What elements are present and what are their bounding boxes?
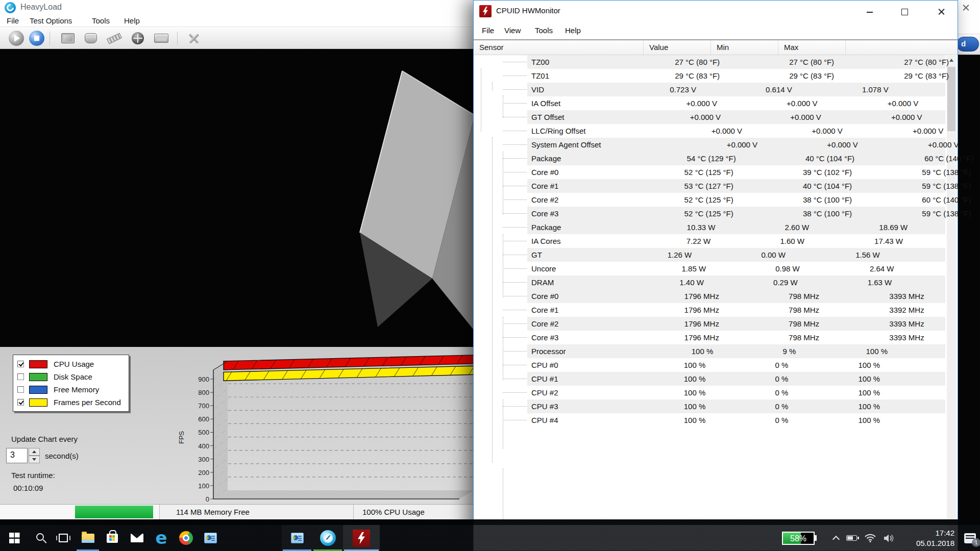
sensor-value: +0.000 V (690, 113, 721, 121)
sensor-row[interactable]: TZ00 27 °C (80 °F) 27 °C (80 °F) 27 °C (… (474, 55, 958, 69)
store-button[interactable] (100, 525, 125, 551)
interval-input[interactable]: 3 (6, 448, 28, 463)
sensor-row[interactable]: GT 1.26 W 0.00 W 1.56 W (474, 248, 958, 262)
stepper-down-icon[interactable] (29, 456, 40, 463)
minimize-button[interactable] (858, 4, 881, 19)
sensor-value: 1796 MHz (684, 306, 719, 314)
clock[interactable]: 17:42 05.01.2018 (902, 528, 954, 548)
sensor-name: TZ01 (531, 71, 549, 80)
sensor-row[interactable]: GT Offset +0.000 V +0.000 V +0.000 V (474, 110, 958, 124)
stop-icon (29, 31, 44, 46)
sensor-row[interactable]: CPU #1 100 % 0 % 100 % (474, 372, 958, 386)
legend-label: Disk Space (54, 372, 92, 381)
fan-stress-icon (132, 32, 144, 44)
sensor-row[interactable]: IA Offset +0.000 V +0.000 V +0.000 V (474, 96, 958, 110)
speaker-icon[interactable] (884, 534, 895, 543)
sensor-row[interactable]: Uncore 1.85 W 0.98 W 2.64 W (474, 262, 958, 276)
menu-item[interactable]: Help (124, 16, 140, 25)
heavyload-close-button[interactable] (962, 3, 971, 12)
sensor-min: 0.614 V (766, 85, 792, 94)
sensor-max: 100 % (858, 416, 880, 424)
sensor-row[interactable]: CPU #3 100 % 0 % 100 % (474, 399, 958, 413)
sensor-row[interactable]: Core #3 52 °C (125 °F) 38 °C (100 °F) 59… (474, 207, 958, 220)
close-button[interactable] (929, 4, 953, 19)
tree-stub (503, 131, 527, 131)
legend-checkbox[interactable] (17, 373, 24, 380)
sensor-row[interactable]: Core #3 1796 MHz 798 MHz 3393 MHz (474, 331, 958, 344)
column-header[interactable]: Value (644, 40, 711, 55)
disk-stress-button[interactable] (82, 30, 100, 46)
sensor-row[interactable]: Core #2 1796 MHz 798 MHz 3393 MHz (474, 317, 958, 331)
menu-item[interactable]: Tools (535, 26, 553, 35)
hwmonitor-button[interactable] (343, 525, 380, 551)
sensor-min: 798 MHz (789, 333, 819, 342)
column-header[interactable]: Sensor (474, 40, 644, 55)
settings-button[interactable] (185, 30, 203, 46)
hwmonitor-titlebar[interactable]: CPUID HWMonitor (474, 1, 958, 23)
sensor-row[interactable]: Core #1 53 °C (127 °F) 40 °C (104 °F) 59… (474, 179, 958, 193)
interval-stepper[interactable] (29, 448, 40, 463)
fan-stress-button[interactable] (129, 30, 147, 46)
sensor-row[interactable]: Core #0 1796 MHz 798 MHz 3393 MHz (474, 289, 958, 303)
legend-checkbox[interactable] (17, 386, 24, 393)
cpu-stress-button[interactable] (59, 30, 77, 46)
edge-button[interactable] (149, 525, 174, 551)
column-header[interactable]: Max (778, 40, 846, 55)
sensor-row[interactable]: Core #0 52 °C (125 °F) 39 °C (102 °F) 59… (474, 165, 958, 179)
update-chart-label: Update Chart every (11, 435, 78, 443)
taskbar-app-icon (59, 534, 68, 542)
system-monitor-button[interactable] (198, 525, 223, 551)
sensor-row[interactable]: CPU #0 100 % 0 % 100 % (474, 358, 958, 372)
partial-blue-button[interactable]: d (957, 37, 979, 52)
sensor-row[interactable]: TZ01 29 °C (83 °F) 29 °C (83 °F) 29 °C (… (474, 69, 958, 83)
sensor-row[interactable]: LLC/Ring Offset +0.000 V +0.000 V +0.000… (474, 124, 958, 138)
sensor-row[interactable]: VID 0.723 V 0.614 V 1.078 V (474, 83, 958, 96)
scrollbar[interactable] (947, 56, 956, 550)
battery-widget[interactable]: 58% (782, 532, 815, 545)
menu-item[interactable]: Tools (92, 16, 110, 25)
sensor-row[interactable]: Core #2 52 °C (125 °F) 38 °C (100 °F) 60… (474, 193, 958, 207)
sensor-row[interactable]: Package 54 °C (129 °F) 40 °C (104 °F) 60… (474, 152, 958, 165)
menu-item[interactable]: File (7, 16, 19, 25)
sensor-row[interactable]: Processor 100 % 9 % 100 % (474, 344, 958, 358)
sensor-row[interactable]: Package 10.33 W 2.60 W 18.69 W (474, 220, 958, 234)
menu-item[interactable]: Test Options (30, 16, 72, 25)
gpu-stress-button[interactable] (152, 30, 170, 46)
legend-label: Free Memory (54, 385, 99, 394)
memory-stress-button[interactable] (105, 30, 124, 46)
sensor-row[interactable]: System Agent Offset +0.000 V +0.000 V +0… (474, 138, 958, 152)
menu-item[interactable]: File (482, 26, 494, 35)
search-button[interactable] (27, 525, 51, 551)
action-center-icon[interactable]: 1 (964, 533, 976, 543)
sensor-name: Core #1 (531, 182, 558, 190)
sensor-row[interactable]: Core #1 1796 MHz 798 MHz 3392 MHz (474, 303, 958, 317)
maximize-button[interactable] (893, 4, 916, 19)
sensor-row[interactable]: DRAM 1.40 W 0.29 W 1.63 W (474, 276, 958, 289)
legend-checkbox[interactable] (17, 361, 24, 367)
system-monitor-button-2[interactable] (282, 525, 312, 551)
mail-button[interactable] (125, 525, 149, 551)
menu-item[interactable]: View (504, 26, 521, 35)
start-button[interactable] (2, 525, 27, 551)
stop-test-button[interactable] (28, 30, 46, 46)
column-header[interactable]: Min (711, 40, 778, 55)
menu-item[interactable]: Help (565, 26, 581, 35)
sensor-max: 100 % (858, 361, 880, 369)
heavyload-button[interactable] (312, 525, 343, 551)
sensor-row[interactable]: IA Cores 7.22 W 1.60 W 17.43 W (474, 234, 958, 248)
file-explorer-button[interactable] (76, 525, 100, 551)
task-view-button[interactable] (51, 525, 76, 551)
hidden-icons-chevron-icon[interactable] (832, 536, 840, 543)
wifi-icon[interactable] (865, 534, 876, 542)
stepper-up-icon[interactable] (29, 448, 40, 456)
chart-floor (213, 490, 474, 499)
sensor-name: System Agent Offset (531, 140, 601, 149)
svg-text:700: 700 (198, 402, 209, 410)
legend-checkbox[interactable] (17, 399, 24, 406)
battery-icon[interactable] (846, 535, 857, 541)
start-test-button[interactable] (7, 30, 26, 46)
chrome-button[interactable] (174, 525, 198, 551)
sensor-row[interactable]: CPU #4 100 % 0 % 100 % (474, 413, 958, 427)
taskbar-app-icon (82, 534, 94, 543)
sensor-row[interactable]: CPU #2 100 % 0 % 100 % (474, 386, 958, 399)
